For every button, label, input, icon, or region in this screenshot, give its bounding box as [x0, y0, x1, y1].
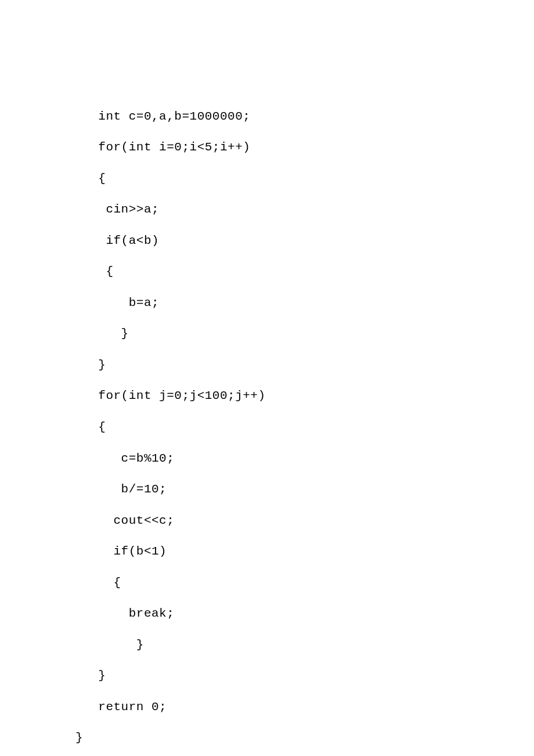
code-block: int c=0,a,b=1000000; for(int i=0;i<5;i++… — [75, 70, 459, 754]
code-line: c=b%10; — [75, 452, 174, 465]
code-line: cin>>a; — [75, 203, 159, 216]
code-line: } — [75, 638, 144, 651]
code-line: if(a<b) — [75, 234, 159, 247]
code-line: } — [75, 358, 106, 372]
code-line: } — [75, 731, 83, 744]
code-line: { — [75, 172, 106, 185]
code-line: { — [75, 420, 106, 434]
code-line: for(int j=0;j<100;j++) — [75, 389, 266, 402]
code-line: break; — [75, 607, 174, 620]
code-line: if(b<1) — [75, 545, 167, 558]
code-line: return 0; — [75, 700, 167, 714]
code-line: b/=10; — [75, 483, 167, 496]
code-line: } — [75, 327, 129, 340]
code-line: { — [75, 576, 121, 589]
document-page: int c=0,a,b=1000000; for(int i=0;i<5;i++… — [0, 0, 534, 756]
code-line: for(int i=0;i<5;i++) — [75, 141, 250, 154]
code-line: b=a; — [75, 296, 159, 309]
code-line: { — [75, 265, 114, 278]
code-line: int c=0,a,b=1000000; — [75, 110, 250, 123]
code-line: cout<<c; — [75, 514, 174, 527]
code-line: } — [75, 669, 106, 682]
